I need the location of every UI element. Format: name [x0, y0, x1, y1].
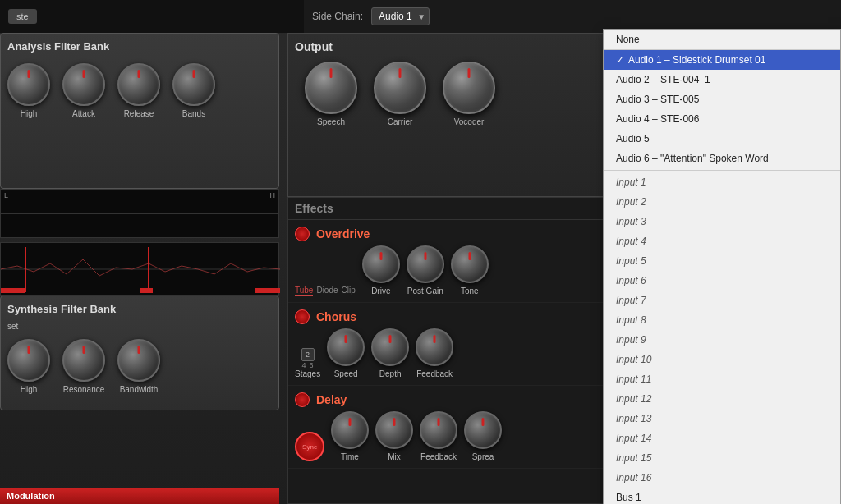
checkmark-icon: ✓: [616, 54, 624, 66]
drive-label: Drive: [371, 286, 390, 296]
knob-container-attack: Attack: [62, 63, 105, 118]
delay-time-knob[interactable]: [331, 411, 369, 449]
delay-header: Delay: [295, 392, 600, 407]
chorus-depth-label: Depth: [379, 369, 402, 378]
chorus-speed-knob[interactable]: [327, 328, 365, 366]
dropdown-item-input13[interactable]: Input 13: [604, 409, 840, 428]
stages-numbers: 4 6: [302, 361, 314, 369]
attack-knob-label: Attack: [72, 109, 95, 118]
bandwidth-label: Bandwidth: [120, 385, 159, 394]
drive-knob[interactable]: [362, 245, 400, 283]
dropdown-item-input16[interactable]: Input 16: [604, 468, 840, 488]
delay-row: Delay Sync Time Mix Feedback Sprea: [288, 386, 607, 469]
knob-container-bands: Bands: [172, 63, 215, 118]
dropdown-item-audio3[interactable]: Audio 3 – STE-005: [604, 89, 840, 109]
carrier-knob[interactable]: [374, 62, 426, 114]
delay-spread-container: Sprea: [464, 411, 502, 461]
dropdown-item-bus1[interactable]: Bus 1: [604, 488, 840, 504]
attack-knob[interactable]: [62, 63, 105, 106]
dropdown-item-input14[interactable]: Input 14: [604, 428, 840, 448]
dropdown-item-input2[interactable]: Input 2: [604, 192, 840, 212]
sync-label: Sync: [302, 443, 317, 451]
drive-knob-container: Drive: [362, 245, 400, 296]
overdrive-power-button[interactable]: [295, 227, 310, 241]
dropdown-item-audio5[interactable]: Audio 5: [604, 129, 840, 149]
resonance-knob[interactable]: [62, 339, 105, 382]
synthesis-knobs-row: High Resonance Bandwidth: [7, 335, 272, 398]
effects-title: Effects: [288, 198, 607, 220]
waveform-display-upper: L H: [0, 189, 279, 238]
sidechain-select[interactable]: Audio 1: [371, 7, 430, 25]
high-knob-label: High: [21, 109, 38, 118]
dropdown-item-input12[interactable]: Input 12: [604, 389, 840, 409]
stage-4[interactable]: 6: [310, 361, 314, 369]
post-gain-label: Post Gain: [407, 286, 443, 296]
dropdown-item-input10[interactable]: Input 10: [604, 350, 840, 369]
delay-feedback-knob[interactable]: [420, 411, 457, 449]
dropdown-none-option[interactable]: None: [604, 30, 840, 50]
bands-knob[interactable]: [172, 63, 215, 106]
synthesis-bank-title: Synthesis Filter Bank: [7, 303, 272, 315]
speech-knob[interactable]: [305, 62, 357, 114]
tone-knob[interactable]: [451, 245, 489, 283]
analysis-bank-title: Analysis Filter Bank: [7, 40, 272, 53]
paste-button[interactable]: ste: [8, 9, 37, 24]
modulation-label: Modulation: [7, 491, 55, 501]
vocoder-knob[interactable]: [443, 62, 495, 114]
delay-feedback-container: Feedback: [420, 411, 457, 461]
dropdown-item-audio4[interactable]: Audio 4 – STE-006: [604, 109, 840, 129]
high-knob[interactable]: [7, 63, 50, 106]
delay-spread-knob[interactable]: [464, 411, 502, 449]
resonance-label: Resonance: [63, 385, 105, 394]
dropdown-item-input6[interactable]: Input 6: [604, 271, 840, 291]
dropdown-item-audio2[interactable]: Audio 2 – STE-004_1: [604, 70, 840, 89]
chorus-power-button[interactable]: [295, 309, 310, 324]
chorus-feedback-knob[interactable]: [416, 328, 453, 366]
dropdown-item-input11[interactable]: Input 11: [604, 369, 840, 389]
dropdown-item-input15[interactable]: Input 15: [604, 448, 840, 468]
delay-time-label: Time: [341, 452, 359, 461]
synth-high-knob[interactable]: [7, 339, 50, 382]
clip-tab[interactable]: Clip: [342, 286, 356, 296]
chorus-row: Chorus 2 4 6 Stages Speed Depth Feed: [288, 303, 607, 386]
dropdown-item-input7[interactable]: Input 7: [604, 291, 840, 310]
waveform-grid-upper: L H: [1, 190, 278, 237]
delay-name: Delay: [316, 393, 347, 406]
chorus-depth-knob[interactable]: [371, 328, 409, 366]
dropdown-item-input8[interactable]: Input 8: [604, 310, 840, 330]
synth-knob-container-high: High: [7, 339, 50, 394]
chorus-feedback-container: Feedback: [416, 328, 453, 378]
dropdown-item-input4[interactable]: Input 4: [604, 231, 840, 251]
dropdown-item-input5[interactable]: Input 5: [604, 251, 840, 271]
release-knob-label: Release: [124, 109, 154, 118]
dropdown-item-input3[interactable]: Input 3: [604, 212, 840, 231]
dropdown-divider1: [604, 170, 840, 171]
dropdown-item-audio6[interactable]: Audio 6 – "Attention" Spoken Word: [604, 149, 840, 168]
h-marker: H: [270, 191, 276, 199]
tone-knob-container: Tone: [451, 245, 489, 296]
diode-tab[interactable]: Diode: [316, 286, 338, 296]
overdrive-tabs: Tube Diode Clip: [295, 286, 356, 296]
delay-spread-label: Sprea: [472, 452, 494, 461]
vocoder-label: Vocoder: [454, 117, 485, 126]
sync-button[interactable]: Sync: [295, 432, 324, 461]
delay-time-container: Time: [331, 411, 369, 461]
delay-power-button[interactable]: [295, 392, 310, 407]
bandwidth-knob[interactable]: [117, 339, 160, 382]
tone-label: Tone: [461, 286, 479, 296]
postgain-knob-container: Post Gain: [407, 245, 444, 296]
dropdown-item-input9[interactable]: Input 9: [604, 330, 840, 350]
svg-rect-5: [255, 288, 280, 293]
release-knob[interactable]: [117, 63, 160, 106]
delay-mix-label: Mix: [388, 452, 401, 461]
tube-tab[interactable]: Tube: [295, 286, 313, 296]
post-gain-knob[interactable]: [407, 245, 444, 283]
carrier-knob-container: Carrier: [374, 62, 426, 126]
delay-mix-knob[interactable]: [375, 411, 413, 449]
dropdown-item-input1[interactable]: Input 1: [604, 172, 840, 192]
stage-2[interactable]: 4: [302, 361, 306, 369]
speech-label: Speech: [317, 117, 345, 126]
dropdown-item-audio1[interactable]: ✓Audio 1 – Sidestick Drumset 01: [604, 50, 840, 70]
chorus-name: Chorus: [316, 310, 356, 323]
l-marker: L: [4, 191, 8, 199]
